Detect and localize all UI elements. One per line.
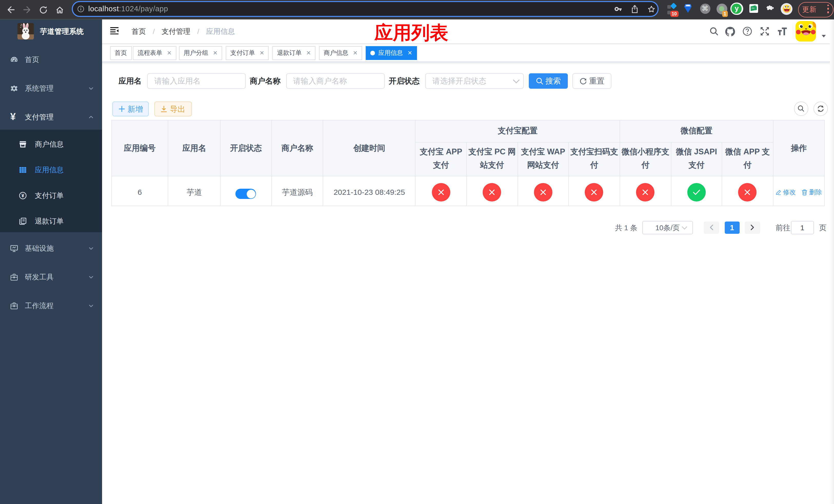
svg-text:¥: ¥ bbox=[22, 193, 24, 199]
